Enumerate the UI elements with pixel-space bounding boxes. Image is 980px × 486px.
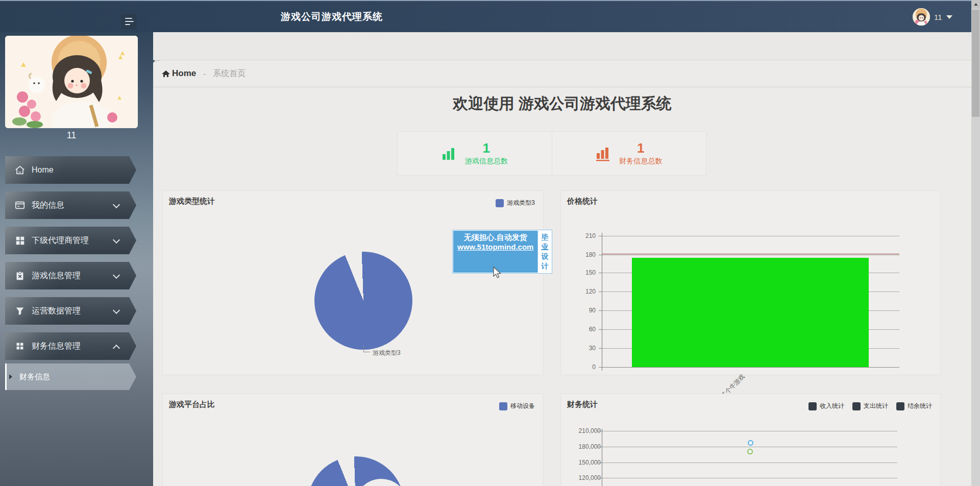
sidebar-item-sub-agents[interactable]: 下级代理商管理 xyxy=(5,227,136,254)
y-tick-label: 30 xyxy=(562,344,596,352)
y-tick-label: 150,000 xyxy=(563,458,601,467)
watermark-url[interactable]: www.51topmind.com xyxy=(457,242,533,251)
chart-legend[interactable]: 游戏类型3 xyxy=(496,199,540,207)
avatar-image xyxy=(913,8,930,26)
app-screen: 游戏公司游戏代理系统 11 xyxy=(0,0,980,486)
sidebar-item-operations-data[interactable]: 运营数据管理 xyxy=(5,297,136,325)
watermark-badge: 毕业 设计 xyxy=(537,231,551,273)
legend-label: 结余统计 xyxy=(908,402,932,410)
sidebar-toggle-button[interactable] xyxy=(121,14,137,30)
breadcrumb-separator: - xyxy=(203,69,206,78)
menu-lines-icon xyxy=(125,24,130,25)
home-icon xyxy=(14,164,26,176)
y-tick-label: 210 xyxy=(562,232,596,240)
caret-down-icon xyxy=(946,15,952,19)
legend-label: 移动设备 xyxy=(510,402,535,410)
sidebar-subitem-finance-info[interactable]: 财务信息 xyxy=(5,363,136,390)
profile-avatar xyxy=(5,36,138,128)
menu-lines-icon xyxy=(125,18,132,19)
y-tick-label: 90 xyxy=(562,306,596,314)
stat-card-games: 1 游戏信息总数 xyxy=(398,132,552,175)
sidebar-item-my-info[interactable]: 我的信息 xyxy=(5,191,136,219)
sidebar-item-label: Home xyxy=(32,165,54,175)
data-point-income[interactable] xyxy=(748,440,753,446)
sidebar-item-game-info[interactable]: 游戏信息管理 xyxy=(5,262,136,289)
chart-legend[interactable]: 收入统计 支出统计 结余统计 xyxy=(808,402,937,410)
stat-label: 游戏信息总数 xyxy=(465,157,508,166)
chart-title: 游戏类型统计 xyxy=(169,197,215,206)
chart-card-platform: 游戏平台占比 移动设备 xyxy=(162,394,544,486)
user-name: 11 xyxy=(934,13,942,21)
vertical-scrollbar[interactable] xyxy=(971,0,980,486)
sidebar-subitem-label: 财务信息 xyxy=(19,372,50,382)
x-axis-line xyxy=(602,367,899,368)
y-tick-label: 180 xyxy=(562,251,596,259)
chart-title: 价格统计 xyxy=(567,197,598,206)
sidebar-item-label: 我的信息 xyxy=(32,200,64,211)
watermark-line1: 无须担心.自动发货 xyxy=(457,233,533,242)
scrollbar-up-button[interactable] xyxy=(971,0,980,9)
sidebar-item-label: 运营数据管理 xyxy=(32,306,81,317)
legend-swatch xyxy=(496,199,504,207)
mouse-cursor xyxy=(493,266,504,280)
chevron-down-icon xyxy=(113,307,120,314)
gridline xyxy=(602,236,899,236)
chevron-down-icon xyxy=(113,201,120,208)
user-avatar xyxy=(913,8,930,26)
chart-card-game-type: 游戏类型统计 游戏类型3 游戏类型3 无须担心.自动发货 www.51topmi… xyxy=(162,190,544,375)
grid-icon xyxy=(14,235,26,246)
play-arrow-icon xyxy=(9,374,12,379)
breadcrumb-current-page: 系统首页 xyxy=(213,68,246,79)
chevron-up-icon xyxy=(113,345,120,352)
y-tick-label: 150 xyxy=(562,269,596,277)
y-tick-label: 120 xyxy=(562,287,596,296)
gridline xyxy=(602,447,897,447)
watermark-badge-line2: 设计 xyxy=(541,252,548,271)
y-axis-line xyxy=(602,429,602,486)
scrollbar-thumb[interactable] xyxy=(972,10,979,117)
gridline xyxy=(602,255,899,255)
user-menu[interactable]: 11 xyxy=(913,7,952,27)
th-icon xyxy=(14,341,26,352)
sidebar-item-finance-management[interactable]: 财务信息管理 xyxy=(5,332,136,360)
triangle-up-icon xyxy=(974,3,978,6)
pie-chart-game-type[interactable] xyxy=(314,252,412,350)
watermark-badge-line1: 毕业 xyxy=(541,232,548,252)
content-panel: Home - 系统首页 欢迎使用 游戏公司游戏代理系统 1 游戏信息总数 xyxy=(153,32,971,486)
chart-legend[interactable]: 移动设备 xyxy=(499,402,540,410)
active-indicator-bar xyxy=(5,363,7,390)
pie-label-line xyxy=(363,346,370,352)
profile-name: 11 xyxy=(5,130,138,141)
clipboard-icon xyxy=(14,270,26,281)
legend-swatch xyxy=(499,402,507,410)
stats-row: 1 游戏信息总数 1 财务信息总数 xyxy=(397,131,706,176)
gridline xyxy=(602,463,897,463)
sidebar-item-label: 下级代理商管理 xyxy=(32,235,89,246)
legend-swatch xyxy=(808,402,817,410)
gridline xyxy=(602,431,897,431)
legend-swatch xyxy=(852,402,861,410)
gridline xyxy=(602,478,897,478)
y-tick-label: 60 xyxy=(562,325,596,333)
welcome-title: 欢迎使用 游戏公司游戏代理系统 xyxy=(153,93,971,114)
stat-value: 1 xyxy=(483,141,490,155)
breadcrumb-home-link[interactable]: Home xyxy=(172,68,196,79)
chevron-down-icon xyxy=(113,272,120,279)
top-header: 游戏公司游戏代理系统 11 xyxy=(0,0,971,32)
app-title: 游戏公司游戏代理系统 xyxy=(281,10,383,23)
legend-swatch xyxy=(896,402,904,410)
avatar-illustration xyxy=(5,36,138,128)
bar-price[interactable] xyxy=(632,258,869,367)
sidebar-item-label: 财务信息管理 xyxy=(32,341,81,352)
sidebar-item-home[interactable]: Home xyxy=(5,156,136,184)
chart-card-price: 价格统计 210 180 150 120 90 60 30 0 xyxy=(560,190,941,375)
stat-label: 财务信息总数 xyxy=(619,157,662,166)
data-point-balance[interactable] xyxy=(747,449,753,454)
breadcrumb: Home - 系统首页 xyxy=(153,60,971,87)
y-tick-label: 210,000 xyxy=(563,427,601,435)
pie-slice-label: 游戏类型3 xyxy=(373,349,401,357)
panel-top-band xyxy=(153,32,971,60)
y-tick-label: 180,000 xyxy=(563,443,601,451)
y-tick-label: 0 xyxy=(562,363,596,371)
legend-label: 游戏类型3 xyxy=(507,199,535,207)
